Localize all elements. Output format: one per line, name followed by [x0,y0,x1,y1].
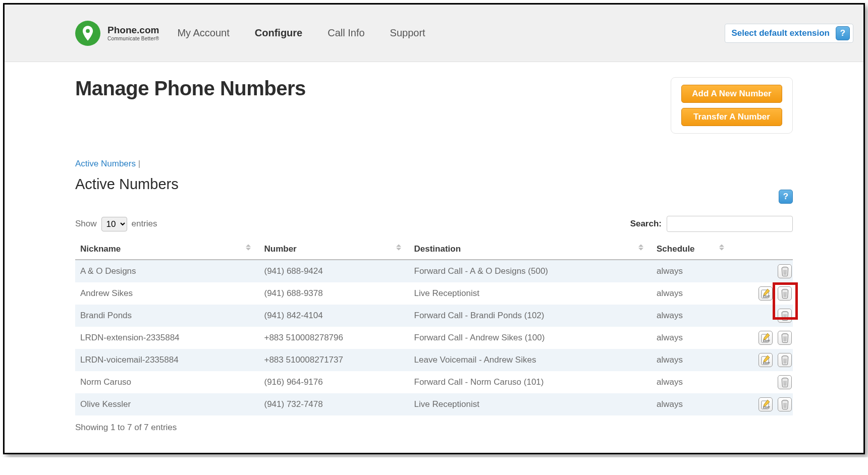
svg-line-30 [786,381,786,386]
cell-nick: Norm Caruso [75,371,259,393]
trash-icon[interactable] [778,397,792,411]
table-row: Olive Kessler(941) 732-7478Live Receptio… [75,393,793,415]
svg-line-2 [784,270,784,275]
svg-line-18 [784,336,784,341]
svg-point-0 [86,29,90,33]
numbers-table: Nickname Number Destination Schedule A &… [75,239,793,415]
cell-num: (941) 732-7478 [259,393,409,415]
brand-name: Phone.com [107,25,159,35]
help-icon[interactable]: ? [779,190,793,204]
svg-line-24 [784,359,784,364]
edit-icon[interactable]: EDIT [758,286,773,301]
trash-icon[interactable] [778,264,792,278]
cell-sched: always [652,282,732,305]
svg-text:EDIT: EDIT [763,362,770,365]
cell-num: (916) 964-9176 [259,371,409,393]
page-title: Manage Phone Numbers [75,77,306,100]
col-destination[interactable]: Destination [409,239,652,260]
cell-sched: always [652,305,732,327]
cell-dest: Forward Call - A & O Designs (500) [409,260,652,282]
col-number[interactable]: Number [259,239,409,260]
cell-num: (941) 688-9378 [259,282,409,305]
svg-line-12 [784,314,784,319]
nav-support[interactable]: Support [390,27,425,39]
cell-nick: LRDN-voicemail-2335884 [75,349,259,371]
cell-dest: Leave Voicemail - Andrew Sikes [409,349,652,371]
default-extension-label: Select default extension [728,27,833,39]
logo[interactable]: Phone.com Communicate Better® [75,21,159,46]
nav-my-account[interactable]: My Account [177,27,229,39]
logo-icon [75,21,100,46]
cell-num: +883 510008278796 [259,327,409,349]
top-bar: Phone.com Communicate Better® My Account… [5,5,863,62]
svg-line-26 [786,359,786,364]
table-row: LRDN-extension-2335884+883 510008278796F… [75,327,793,349]
col-nickname[interactable]: Nickname [75,239,259,260]
cell-sched: always [652,371,732,393]
cell-nick: Brandi Ponds [75,305,259,327]
col-schedule[interactable]: Schedule [652,239,732,260]
table-row: LRDN-voicemail-2335884+883 510008271737L… [75,349,793,371]
svg-line-4 [786,270,786,275]
table-row: Andrew Sikes(941) 688-9378Live Reception… [75,282,793,305]
svg-text:EDIT: EDIT [763,295,770,298]
svg-line-14 [786,314,786,319]
svg-line-10 [786,292,786,297]
table-footer: Showing 1 to 7 of 7 entries [75,423,793,433]
col-actions [732,239,793,260]
cell-dest: Forward Call - Brandi Ponds (102) [409,305,652,327]
help-icon[interactable]: ? [836,26,850,40]
edit-icon[interactable]: EDIT [758,353,773,367]
cell-num: +883 510008271737 [259,349,409,371]
svg-line-28 [784,381,784,386]
table-row: Brandi Ponds(941) 842-4104Forward Call -… [75,305,793,327]
breadcrumb: Active Numbers | [75,159,793,169]
table-row: Norm Caruso(916) 964-9176Forward Call - … [75,371,793,393]
brand-tagline: Communicate Better® [107,36,159,41]
cell-dest: Live Receptionist [409,282,652,305]
cell-nick: LRDN-extension-2335884 [75,327,259,349]
cell-sched: always [652,349,732,371]
trash-icon[interactable] [778,286,792,301]
trash-icon[interactable] [778,353,792,367]
add-number-button[interactable]: Add A New Number [681,85,782,103]
edit-icon[interactable]: EDIT [758,331,773,345]
cell-sched: always [652,260,732,282]
cell-nick: Olive Kessler [75,393,259,415]
svg-line-20 [786,336,786,341]
entries-select[interactable]: 10 [101,217,127,231]
nav-call-info[interactable]: Call Info [328,27,364,39]
table-row: A & O Designs(941) 688-9424Forward Call … [75,260,793,282]
main-nav: My AccountConfigureCall InfoSupport [177,27,425,39]
action-card: Add A New Number Transfer A Number [671,77,793,134]
cell-nick: Andrew Sikes [75,282,259,305]
breadcrumb-link[interactable]: Active Numbers [75,159,136,168]
show-label-post: entries [132,219,157,229]
default-extension-selector[interactable]: Select default extension ? [725,24,853,43]
nav-configure[interactable]: Configure [255,27,302,39]
svg-text:EDIT: EDIT [763,406,770,409]
cell-num: (941) 688-9424 [259,260,409,282]
svg-line-8 [784,292,784,297]
cell-dest: Forward Call - Norm Caruso (101) [409,371,652,393]
trash-icon[interactable] [778,375,792,389]
trash-icon[interactable] [778,331,792,345]
cell-num: (941) 842-4104 [259,305,409,327]
cell-dest: Forward Call - Andrew Sikes (100) [409,327,652,349]
edit-icon[interactable]: EDIT [758,397,773,411]
show-label-pre: Show [75,219,97,229]
svg-line-34 [784,403,784,408]
cell-sched: always [652,327,732,349]
cell-nick: A & O Designs [75,260,259,282]
search-label: Search: [630,219,662,229]
cell-sched: always [652,393,732,415]
trash-icon[interactable] [778,309,792,323]
svg-text:EDIT: EDIT [763,339,770,342]
transfer-number-button[interactable]: Transfer A Number [681,108,782,126]
search-input[interactable] [667,216,793,232]
svg-line-36 [786,403,786,408]
cell-dest: Live Receptionist [409,393,652,415]
